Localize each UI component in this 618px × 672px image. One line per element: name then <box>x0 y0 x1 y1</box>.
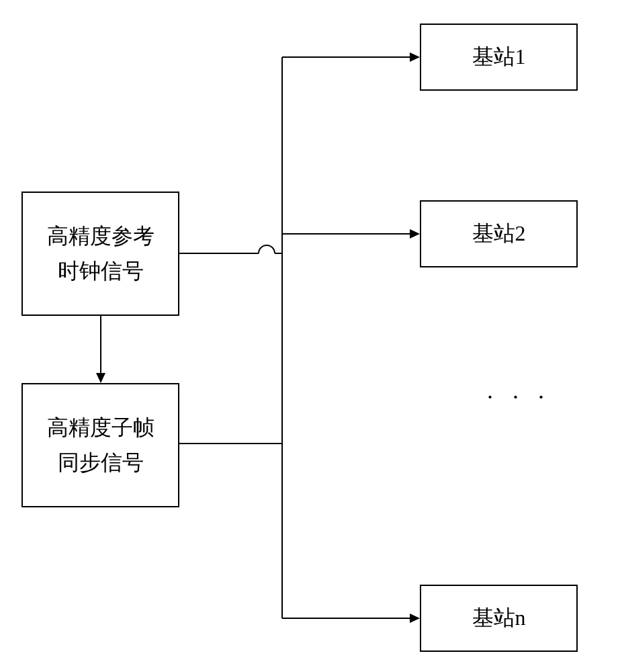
sync-label-line1: 高精度子帧 <box>47 411 154 445</box>
sync-label-line2: 同步信号 <box>58 446 144 480</box>
sync-signal-box: 高精度子帧 同步信号 <box>21 383 179 507</box>
connector-lines <box>0 0 618 672</box>
station-1-box: 基站1 <box>420 24 578 91</box>
station-n-box: 基站n <box>420 585 578 652</box>
station-1-label: 基站1 <box>472 40 526 74</box>
svg-marker-1 <box>96 373 105 383</box>
clock-label-line1: 高精度参考 <box>47 219 154 253</box>
clock-signal-box: 高精度参考 时钟信号 <box>21 192 179 316</box>
station-n-label: 基站n <box>472 601 526 635</box>
svg-marker-8 <box>410 52 420 62</box>
svg-marker-10 <box>410 229 420 239</box>
svg-marker-12 <box>410 614 420 623</box>
ellipsis: · · · <box>487 383 551 411</box>
clock-label-line2: 时钟信号 <box>58 254 144 288</box>
station-2-label: 基站2 <box>472 216 526 251</box>
station-2-box: 基站2 <box>420 200 578 267</box>
